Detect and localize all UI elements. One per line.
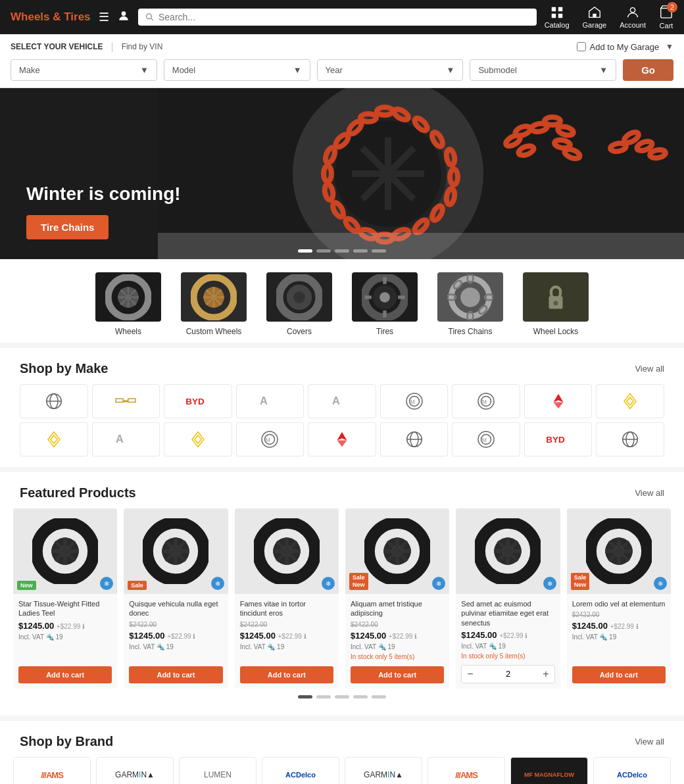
cart-nav[interactable]: 2 Cart bbox=[659, 5, 673, 30]
brand-logo-item-5[interactable]: ///AMS bbox=[428, 757, 505, 784]
make-brand-8[interactable] bbox=[596, 384, 664, 418]
profile-icon[interactable] bbox=[117, 9, 130, 26]
make-brand-3[interactable]: A bbox=[236, 384, 305, 418]
logo-text: Wheels bbox=[11, 11, 53, 23]
hero-dot-3[interactable] bbox=[335, 249, 349, 253]
year-select[interactable]: Year ▼ bbox=[317, 59, 464, 81]
brand-logo-item-1[interactable]: GARMIN▲ bbox=[96, 757, 174, 784]
svg-marker-115 bbox=[342, 432, 347, 441]
submodel-select[interactable]: Submodel ▼ bbox=[470, 59, 616, 81]
select-vehicle-tab[interactable]: SELECT YOUR VEHICLE bbox=[11, 42, 110, 51]
garage-nav[interactable]: Garage bbox=[583, 5, 607, 29]
qty-increase-button[interactable]: + bbox=[537, 666, 554, 683]
qty-decrease-button[interactable]: − bbox=[462, 666, 478, 683]
hero-dot-4[interactable] bbox=[353, 249, 368, 253]
brand-logo-item-2[interactable]: LUMEN bbox=[179, 757, 256, 784]
brand-logo-item-6[interactable]: MF MAGNAFLOW bbox=[510, 757, 588, 784]
make-brand-12[interactable]: M bbox=[236, 422, 305, 456]
make-brand-6[interactable]: M bbox=[452, 384, 520, 418]
make-brand-4[interactable]: A bbox=[308, 384, 376, 418]
hero-dot-1[interactable] bbox=[298, 249, 312, 253]
product-dot-1[interactable] bbox=[298, 695, 312, 698]
brand-logo-item-3[interactable]: ACDelco bbox=[262, 757, 339, 784]
product-info: Fames vitae in tortor tincidunt eros $24… bbox=[235, 594, 339, 666]
category-item-wheel-locks[interactable]: Wheel Locks bbox=[523, 272, 589, 336]
make-brand-11[interactable] bbox=[164, 422, 232, 456]
model-placeholder: Model bbox=[172, 65, 195, 75]
search-input[interactable] bbox=[159, 12, 530, 22]
product-card-4: ❄ Sed amet ac euismod pulvinar etiamitae… bbox=[456, 508, 560, 689]
category-label: Tires bbox=[376, 327, 393, 336]
add-to-cart-button[interactable]: Add to cart bbox=[18, 666, 112, 683]
make-brand-9[interactable] bbox=[20, 422, 88, 456]
search-icon bbox=[145, 12, 155, 22]
hero-dot-5[interactable] bbox=[372, 249, 386, 253]
hero-dot-2[interactable] bbox=[316, 249, 331, 253]
svg-text:BYD: BYD bbox=[185, 397, 205, 406]
category-label: Custom Wheels bbox=[186, 327, 242, 336]
garage-dropdown-arrow[interactable]: ▼ bbox=[666, 42, 673, 51]
brand-logo-item-0[interactable]: ///AMS bbox=[13, 757, 91, 784]
add-to-cart-button[interactable]: Add to cart bbox=[572, 666, 666, 683]
product-dot-4[interactable] bbox=[353, 695, 368, 698]
model-chevron: ▼ bbox=[293, 65, 302, 75]
logo[interactable]: Wheels & Tires bbox=[11, 11, 91, 24]
category-item-tires-chains[interactable]: Tires Chains bbox=[437, 272, 503, 336]
make-select[interactable]: Make ▼ bbox=[11, 59, 157, 81]
make-brand-17[interactable] bbox=[596, 422, 664, 456]
category-item-custom-wheels[interactable]: Custom Wheels bbox=[181, 272, 247, 336]
featured-view-all[interactable]: View all bbox=[635, 488, 664, 498]
product-dot-2[interactable] bbox=[316, 695, 331, 698]
hero-cta-button[interactable]: Tire Chains bbox=[26, 215, 109, 239]
add-to-cart-button[interactable]: Add to cart bbox=[129, 666, 222, 683]
make-brand-2[interactable]: BYD bbox=[164, 384, 232, 418]
garage-label: Garage bbox=[583, 21, 607, 29]
product-card-1: Sale ❄ Quisque vehicula nulla eget donec… bbox=[124, 508, 228, 689]
svg-text:M: M bbox=[410, 399, 415, 405]
product-dot-5[interactable] bbox=[372, 695, 386, 698]
go-button[interactable]: Go bbox=[623, 59, 673, 81]
snow-icon: ❄ bbox=[322, 577, 335, 590]
catalog-nav[interactable]: Catalog bbox=[545, 5, 570, 29]
brand-logo-item-4[interactable]: GARMIN▲ bbox=[345, 757, 422, 784]
make-brand-13[interactable] bbox=[308, 422, 376, 456]
brand-view-all[interactable]: View all bbox=[635, 737, 664, 747]
product-dot-3[interactable] bbox=[335, 695, 349, 698]
make-brand-0[interactable] bbox=[20, 384, 88, 418]
make-brand-5[interactable]: M bbox=[380, 384, 449, 418]
shop-by-make-section: Shop by Make View all BYDAAMMAMMBYD bbox=[0, 348, 684, 467]
category-item-tires[interactable]: Tires bbox=[352, 272, 418, 336]
svg-marker-109 bbox=[192, 432, 204, 447]
product-card-0: New ❄ Star Tissue-Weight Fitted Ladies T… bbox=[13, 508, 117, 689]
svg-point-76 bbox=[460, 287, 480, 307]
find-vin-tab[interactable]: Find by VIN bbox=[122, 42, 163, 51]
product-badge: New bbox=[17, 581, 36, 590]
make-view-all[interactable]: View all bbox=[635, 364, 664, 374]
brand-logo-item-7[interactable]: ACDelco bbox=[593, 757, 671, 784]
category-image bbox=[266, 272, 332, 322]
product-stock: In stock only 5 item(s) bbox=[351, 653, 444, 660]
make-brand-10[interactable]: A bbox=[92, 422, 160, 456]
model-select[interactable]: Model ▼ bbox=[164, 59, 310, 81]
product-old-price: $2422.00 bbox=[572, 611, 666, 618]
svg-point-8 bbox=[630, 8, 635, 12]
product-card-2: ❄ Fames vitae in tortor tincidunt eros $… bbox=[235, 508, 339, 689]
make-brand-7[interactable] bbox=[524, 384, 593, 418]
add-to-cart-button[interactable]: Add to cart bbox=[240, 666, 333, 683]
category-image bbox=[437, 272, 503, 322]
category-item-covers[interactable]: Covers bbox=[266, 272, 332, 336]
category-item-wheels[interactable]: Wheels bbox=[95, 272, 161, 336]
make-brand-14[interactable] bbox=[380, 422, 449, 456]
menu-icon[interactable]: ☰ bbox=[99, 10, 109, 24]
make-brand-16[interactable]: BYD bbox=[524, 422, 593, 456]
add-to-cart-button[interactable]: Add to cart bbox=[351, 666, 444, 683]
product-extra: +$22.99 ℹ bbox=[167, 633, 195, 640]
featured-title: Featured Products bbox=[20, 485, 136, 501]
submodel-placeholder: Submodel bbox=[478, 65, 517, 75]
make-brand-1[interactable] bbox=[92, 384, 160, 418]
snow-icon: ❄ bbox=[543, 577, 556, 590]
garage-checkbox[interactable] bbox=[577, 42, 586, 51]
make-brand-15[interactable]: M bbox=[452, 422, 520, 456]
product-extra: +$22.99 ℹ bbox=[499, 632, 527, 639]
account-nav[interactable]: Account bbox=[620, 5, 646, 29]
